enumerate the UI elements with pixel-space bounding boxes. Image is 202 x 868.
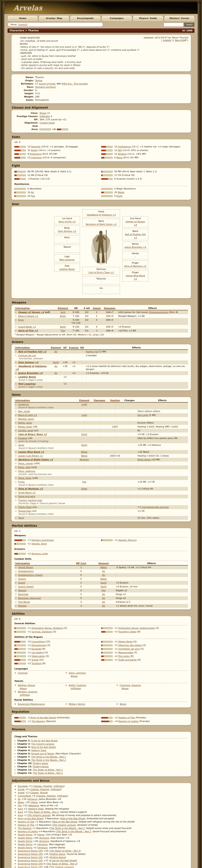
link[interactable]: Experience Points (XP) bbox=[18, 849, 43, 852]
gear-item-link[interactable]: Dagger of Venom +4 bbox=[126, 220, 145, 226]
link[interactable]: Classes bbox=[30, 792, 38, 794]
gear-item-link[interactable]: Belt of Feather Fall +2 bbox=[125, 233, 146, 239]
item-link[interactable]: Jastus Bracelets +4 bbox=[18, 372, 42, 374]
element-link[interactable]: Fire bbox=[102, 589, 106, 592]
link[interactable]: Classes, Prestige bbox=[30, 788, 49, 791]
mission-link[interactable]: Finding Hestia bbox=[33, 765, 49, 768]
link[interactable]: Armours bbox=[28, 798, 37, 801]
item-link[interactable]: Pyrite bbox=[18, 480, 25, 483]
link[interactable]: Armours, Light bbox=[32, 552, 48, 555]
new-info-link[interactable]: New Info bbox=[175, 39, 184, 42]
element-link[interactable]: Ether bbox=[81, 488, 87, 490]
link[interactable]: Items bbox=[38, 833, 44, 836]
column-header-link[interactable]: Element bbox=[51, 346, 61, 349]
gear-item-link[interactable]: Lesser Blue Band +2 bbox=[126, 274, 145, 280]
link[interactable]: Experience Points (XP) bbox=[18, 853, 43, 856]
item-link[interactable]: Piece, gold bbox=[18, 466, 30, 469]
link[interactable]: Rogue bbox=[122, 687, 129, 690]
link[interactable]: Wisdom: Superior bbox=[18, 690, 38, 693]
column-header-link[interactable]: Element bbox=[58, 307, 68, 310]
item-link[interactable]: Keris of Fire +3 bbox=[18, 329, 38, 332]
item-link[interactable]: Stone and wick bbox=[18, 495, 35, 498]
link[interactable]: Charisma bbox=[31, 156, 42, 159]
item-link[interactable]: Ceinture de cuir bbox=[18, 354, 36, 357]
link[interactable]: Weapons bbox=[29, 804, 39, 807]
item-link[interactable]: Bread, elven bbox=[18, 425, 32, 428]
link[interactable]: Camouflage bbox=[32, 640, 45, 643]
column-header-link[interactable]: Damages bbox=[104, 307, 115, 310]
element-link[interactable]: Acid bbox=[61, 311, 65, 314]
item-link[interactable]: Backstab bbox=[18, 593, 28, 596]
element-link[interactable]: Air bbox=[102, 604, 105, 607]
item-link[interactable]: Enjar bbox=[18, 319, 24, 321]
mission-link[interactable]: The Tower of Attilia - Part 2 bbox=[33, 772, 63, 774]
link[interactable]: Armours bbox=[38, 846, 47, 849]
item-link[interactable]: Torch bbox=[18, 517, 24, 519]
link[interactable]: Classes, Prestige bbox=[37, 795, 56, 797]
column-header-link[interactable]: Element bbox=[99, 562, 109, 565]
link[interactable]: The Keepers bbox=[18, 827, 32, 830]
item-link[interactable]: Ambidexterity, Expert bbox=[18, 574, 43, 577]
item-link[interactable]: Guard Blade +2 bbox=[18, 326, 36, 328]
element-link[interactable]: Air bbox=[54, 365, 57, 368]
mission-link[interactable]: Rise of the Red Shield bbox=[31, 746, 56, 748]
link[interactable]: Helping Trask bbox=[29, 808, 43, 810]
link[interactable]: Rise of the Red Shield bbox=[61, 817, 85, 820]
link[interactable]: Fire bbox=[31, 195, 35, 197]
item-link[interactable]: Aimed Attack bbox=[18, 566, 33, 569]
nav-home[interactable]: Home bbox=[8, 16, 38, 21]
link[interactable]: Day Light bbox=[138, 414, 148, 416]
link[interactable]: The Tower of Attilia - Part 2 bbox=[46, 863, 76, 865]
nav-masters-corner[interactable]: Masters' Corner bbox=[164, 16, 194, 21]
gear-item-link[interactable]: Headband of Vigilance +3 bbox=[87, 214, 116, 216]
link[interactable]: Traveller's Sleep bbox=[119, 630, 137, 633]
item-link[interactable]: Necklace of Night Vision +2 bbox=[18, 458, 53, 461]
link[interactable]: Empoisonnement bbox=[149, 311, 168, 314]
nav-encyclopedia[interactable]: Encyclopedia bbox=[70, 16, 100, 21]
link[interactable]: Rogue bbox=[20, 687, 27, 690]
mission-link[interactable]: Finding Jastus bbox=[33, 762, 48, 765]
item-link[interactable]: Amethyst bbox=[18, 403, 29, 406]
link[interactable]: Will bbox=[118, 149, 122, 152]
link[interactable]: Infiltrator bbox=[20, 694, 30, 696]
link[interactable]: Charisma: Superior bbox=[120, 684, 141, 687]
link[interactable]: Orientation Sense, Subterranean bbox=[119, 627, 155, 629]
link[interactable]: Healers of Tilia bbox=[18, 824, 34, 826]
column-header-link[interactable]: MP Cost bbox=[76, 562, 86, 565]
mission-link[interactable]: A Job for the Red Shield bbox=[31, 739, 58, 742]
link[interactable]: Items bbox=[31, 801, 38, 804]
element-link[interactable]: Fire bbox=[82, 480, 86, 483]
item-link[interactable]: Guard, Expert bbox=[18, 585, 34, 588]
link[interactable]: Escalade bbox=[18, 785, 28, 787]
link[interactable]: Air bbox=[31, 191, 34, 194]
item-link[interactable]: Band of Light +2 bbox=[18, 414, 37, 416]
link[interactable]: Rogue bbox=[40, 112, 47, 115]
link[interactable]: Armours bbox=[38, 843, 47, 846]
column-header-link[interactable]: Information bbox=[15, 346, 30, 349]
link[interactable]: Armours bbox=[39, 837, 49, 839]
element-link[interactable]: Earth bbox=[81, 433, 87, 436]
item-link[interactable]: Coin of King's Town +2 bbox=[18, 433, 47, 436]
element-link[interactable]: Air bbox=[54, 372, 57, 374]
link[interactable]: Rogue bbox=[40, 792, 47, 794]
item-link[interactable]: Thavius' parents map bbox=[18, 499, 42, 502]
element-link[interactable]: Light bbox=[81, 403, 87, 406]
link[interactable]: Health Points bbox=[18, 837, 33, 839]
item-link[interactable]: Leather Boots bbox=[18, 376, 36, 378]
item-link[interactable]: Guard bbox=[18, 582, 25, 584]
link[interactable]: Daggers and Knives bbox=[32, 539, 54, 541]
element-link[interactable]: Water bbox=[100, 578, 107, 580]
link[interactable]: Rogue bbox=[70, 675, 77, 678]
item-link[interactable]: Fragaria bbox=[18, 437, 27, 440]
link[interactable]: Experience Points (XP) bbox=[18, 856, 43, 859]
item-link[interactable]: Edge of attack +1 bbox=[18, 315, 38, 317]
link[interactable]: The missing caravan bbox=[53, 824, 76, 826]
link[interactable]: Infiltrator bbox=[50, 788, 61, 791]
item-link[interactable]: Backstab, Advanced bbox=[18, 597, 41, 599]
item-link[interactable]: Piece, copper bbox=[18, 462, 33, 465]
element-link[interactable]: Earth bbox=[53, 361, 59, 364]
link[interactable]: Sneak bbox=[18, 792, 25, 794]
mission-link[interactable]: The Tower of Attilia - Part 1 bbox=[33, 769, 63, 771]
item-link[interactable]: Bag, small bbox=[18, 410, 30, 413]
link[interactable]: Healers of Tilia bbox=[119, 716, 135, 719]
